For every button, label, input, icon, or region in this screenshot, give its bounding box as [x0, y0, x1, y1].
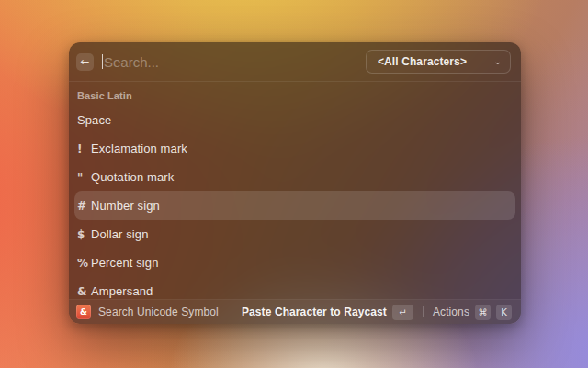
list-item-title: Ampersand: [91, 284, 153, 298]
list-item-quotation-mark[interactable]: " Quotation mark: [74, 163, 515, 191]
character-glyph: #: [77, 201, 91, 212]
list-item-percent-sign[interactable]: % Percent sign: [74, 248, 515, 277]
character-glyph: %: [77, 258, 91, 269]
ampersand-icon: &: [80, 308, 87, 316]
list-item-title: Number sign: [91, 199, 160, 213]
list-item-ampersand[interactable]: & Ampersand: [74, 277, 515, 299]
results-list: Basic Latin Space ! Exclamation mark " Q…: [69, 82, 521, 299]
search-header: ← <All Characters> ⌄: [69, 42, 521, 81]
list-item-title: Percent sign: [91, 256, 158, 270]
list-item-space[interactable]: Space: [74, 106, 515, 134]
action-bar: & Search Unicode Symbol Paste Character …: [69, 300, 521, 324]
raycast-window: ← <All Characters> ⌄ Basic Latin Space !…: [69, 42, 521, 324]
character-glyph: ": [77, 172, 91, 183]
footer-separator: [423, 306, 424, 317]
enter-key-icon: ↵: [392, 305, 413, 320]
list-item-dollar-sign[interactable]: $ Dollar sign: [74, 220, 515, 248]
character-set-dropdown[interactable]: <All Characters> ⌄: [366, 50, 511, 74]
list-item-number-sign[interactable]: # Number sign: [74, 191, 515, 220]
command-key-icon: ⌘: [475, 305, 491, 320]
character-glyph: !: [77, 144, 91, 155]
actions-menu-button[interactable]: Actions ⌘ K: [433, 305, 512, 320]
character-glyph: $: [77, 229, 91, 240]
k-key-icon: K: [496, 305, 512, 320]
list-item-title: Exclamation mark: [91, 142, 187, 155]
search-input[interactable]: [103, 54, 357, 70]
list-item-title: Space: [77, 113, 111, 127]
search-field[interactable]: [102, 54, 357, 70]
actions-label: Actions: [433, 305, 469, 318]
primary-action-button[interactable]: Paste Character to Raycast ↵: [242, 305, 413, 320]
section-header: Basic Latin: [74, 86, 515, 106]
character-glyph: &: [77, 286, 91, 297]
back-button[interactable]: ←: [76, 53, 94, 71]
extension-icon: &: [76, 305, 91, 319]
list-item-exclamation-mark[interactable]: ! Exclamation mark: [74, 134, 515, 163]
list-item-title: Dollar sign: [91, 227, 149, 241]
primary-action-label: Paste Character to Raycast: [242, 305, 387, 318]
list-item-title: Quotation mark: [91, 170, 174, 184]
extension-title: Search Unicode Symbol: [98, 305, 234, 318]
chevron-down-icon: ⌄: [493, 57, 503, 66]
dropdown-value: <All Characters>: [378, 55, 467, 68]
back-arrow-icon: ←: [80, 56, 89, 67]
